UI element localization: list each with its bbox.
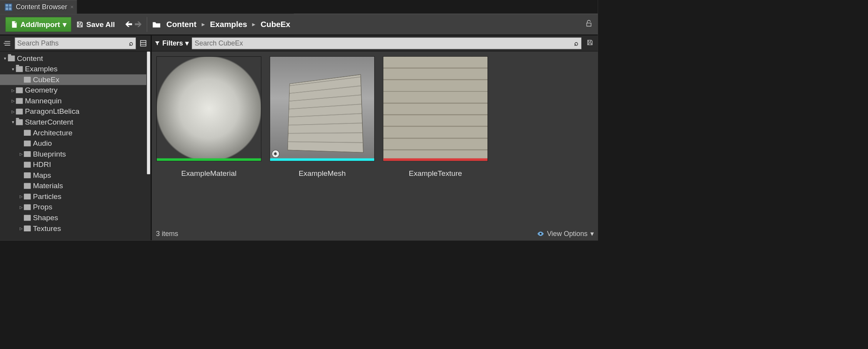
breadcrumb: Content ▸ Examples ▸ CubeEx <box>152 20 290 29</box>
scrollbar-thumb[interactable] <box>147 52 150 174</box>
caret-right-icon[interactable]: ▷ <box>10 88 16 93</box>
asset-examplematerial[interactable]: ExampleMaterial <box>156 56 261 178</box>
tree-item-hdri[interactable]: HDRI <box>0 159 146 170</box>
folder-open-icon <box>152 20 161 29</box>
folder-icon <box>24 183 31 189</box>
tree-item-label: CubeEx <box>33 76 59 84</box>
folder-tree[interactable]: ▼Content▼ExamplesCubeEx▷Geometry▷Mannequ… <box>0 52 146 241</box>
folder-icon <box>24 226 31 231</box>
asset-examplemesh[interactable]: ✱ExampleMesh <box>270 56 375 178</box>
tab-content-browser[interactable]: Content Browser × <box>0 0 77 14</box>
tree-item-mannequin[interactable]: ▷Mannequin <box>0 96 146 106</box>
tree-item-label: Architecture <box>33 128 72 137</box>
breadcrumb-item-0[interactable]: Content <box>166 20 196 29</box>
sidebar-toolbar: ⌕ <box>0 35 151 51</box>
folder-icon <box>24 204 31 210</box>
asset-thumbnail <box>383 56 488 161</box>
tree-item-label: Audio <box>33 139 52 148</box>
asset-exampletexture[interactable]: ExampleTexture <box>383 56 488 178</box>
save-all-label: Save All <box>86 20 115 29</box>
asset-type-stripe <box>383 158 488 161</box>
asset-label: ExampleTexture <box>409 169 462 178</box>
tree-item-examples[interactable]: ▼Examples <box>0 64 146 74</box>
nav-arrows: 🡰 🡲 <box>125 20 142 29</box>
caret-right-icon[interactable]: ▷ <box>10 110 16 114</box>
main-area: Filters ▾ ⌕ ExampleMaterial✱ExampleMeshE… <box>151 35 598 240</box>
folder-icon <box>16 98 23 104</box>
caret-right-icon[interactable]: ▷ <box>18 226 24 231</box>
nav-forward-button[interactable]: 🡲 <box>134 20 142 29</box>
folder-icon <box>24 172 31 178</box>
caret-down-icon[interactable]: ▼ <box>10 67 16 71</box>
caret-down-icon[interactable]: ▼ <box>2 56 8 61</box>
filters-label: Filters <box>163 39 183 47</box>
toolbar: Add/Import ▾ Save All 🡰 🡲 Content ▸ Exam… <box>0 14 598 35</box>
tree-item-geometry[interactable]: ▷Geometry <box>0 85 146 96</box>
asset-thumbnail <box>156 56 261 161</box>
tree-item-cubeex[interactable]: CubeEx <box>0 74 146 85</box>
tree-item-content[interactable]: ▼Content <box>0 53 146 64</box>
tree-item-materials[interactable]: Materials <box>0 180 146 191</box>
add-import-button[interactable]: Add/Import ▾ <box>5 17 72 32</box>
folder-icon <box>8 56 15 61</box>
nav-back-button[interactable]: 🡰 <box>125 20 132 29</box>
search-assets-input[interactable] <box>195 39 575 47</box>
asset-thumbnail: ✱ <box>270 56 375 161</box>
tree-item-startercontent[interactable]: ▼StarterContent <box>0 117 146 128</box>
tree-item-shapes[interactable]: Shapes <box>0 212 146 223</box>
tree-item-label: Materials <box>33 182 63 190</box>
folder-icon <box>24 194 31 199</box>
asset-grid[interactable]: ExampleMaterial✱ExampleMeshExampleTextur… <box>152 52 598 227</box>
tree-item-maps[interactable]: Maps <box>0 170 146 181</box>
breadcrumb-item-2[interactable]: CubeEx <box>261 20 290 29</box>
search-assets-field[interactable]: ⌕ <box>192 37 581 49</box>
tree-item-paragonltbelica[interactable]: ▷ParagonLtBelica <box>0 106 146 117</box>
search-icon: ⌕ <box>129 39 133 47</box>
tree-item-architecture[interactable]: Architecture <box>0 128 146 138</box>
tree-item-label: Content <box>17 54 43 63</box>
collections-button[interactable] <box>137 37 149 49</box>
filters-button[interactable]: Filters ▾ <box>154 39 189 47</box>
tree-item-label: Blueprints <box>33 150 66 158</box>
caret-right-icon[interactable]: ▷ <box>18 152 24 156</box>
close-icon[interactable]: × <box>70 3 74 10</box>
sources-toggle-button[interactable] <box>2 37 13 49</box>
sidebar-scrollbar[interactable] <box>146 52 151 241</box>
caret-right-icon[interactable]: ▷ <box>18 194 24 199</box>
caret-down-icon[interactable]: ▼ <box>10 120 16 124</box>
caret-right-icon[interactable]: ▷ <box>10 99 16 103</box>
view-options-button[interactable]: View Options ▾ <box>537 229 593 238</box>
folder-icon <box>24 151 31 157</box>
save-search-button[interactable] <box>585 39 595 48</box>
folder-icon <box>16 66 23 72</box>
tree-item-particles[interactable]: ▷Particles <box>0 191 146 202</box>
item-count: 3 items <box>156 229 178 238</box>
tree-item-audio[interactable]: Audio <box>0 138 146 149</box>
folder-icon <box>24 77 31 83</box>
add-import-label: Add/Import <box>20 20 60 29</box>
view-options-label: View Options <box>547 229 587 238</box>
folder-icon <box>24 215 31 221</box>
dirty-badge-icon: ✱ <box>271 150 280 158</box>
tree-item-label: Mannequin <box>25 97 62 105</box>
search-paths-input[interactable] <box>17 39 129 47</box>
eye-icon <box>537 230 544 238</box>
folder-icon <box>24 162 31 167</box>
search-paths-field[interactable]: ⌕ <box>15 37 136 49</box>
tree-item-blueprints[interactable]: ▷Blueprints <box>0 149 146 160</box>
asset-label: ExampleMaterial <box>181 169 237 178</box>
folder-icon <box>16 109 23 115</box>
body: ⌕ ▼Content▼ExamplesCubeEx▷Geometry▷Manne… <box>0 35 598 240</box>
caret-right-icon[interactable]: ▷ <box>18 205 24 209</box>
save-all-button[interactable]: Save All <box>76 20 115 29</box>
grid-icon <box>5 3 12 11</box>
lock-open-icon[interactable] <box>585 20 592 29</box>
asset-type-stripe <box>270 158 374 161</box>
tree-item-props[interactable]: ▷Props <box>0 202 146 212</box>
breadcrumb-item-1[interactable]: Examples <box>210 20 247 29</box>
tree-item-textures[interactable]: ▷Textures <box>0 223 146 234</box>
tree-item-label: Examples <box>25 65 58 73</box>
chevron-down-icon: ▾ <box>63 20 67 29</box>
search-icon: ⌕ <box>574 39 578 47</box>
sidebar: ⌕ ▼Content▼ExamplesCubeEx▷Geometry▷Manne… <box>0 35 151 240</box>
